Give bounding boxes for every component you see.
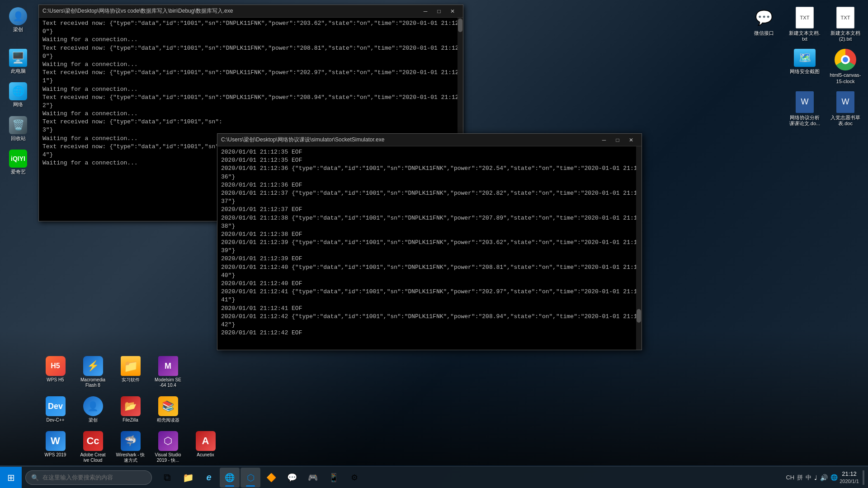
desktop-icon-wechat[interactable]: 💬 微信接口 [746, 5, 782, 44]
desktop-icon-netanalysis[interactable]: W 网络协议分析课课论文.do... [787, 89, 823, 129]
wps-h5-label: WPS H5 [47, 377, 64, 383]
vlc-icon: 🔶 [266, 473, 276, 483]
wechat-interface-icon: 💬 [753, 7, 775, 28]
new-txt-icon: TXT [796, 7, 814, 28]
taskbar-app-taskview[interactable]: ⧉ [157, 468, 177, 488]
cmd-title-2: C:\Users\梁创\Desktop\网络协议课设\simulator\Soc… [221, 136, 597, 144]
cmd-close-2[interactable]: ✕ [624, 136, 638, 145]
flash-label: Macromedia Flash 8 [78, 377, 108, 388]
cmd-controls-2: ─ □ ✕ [597, 136, 638, 145]
edge-icon: e [206, 472, 211, 483]
taskbar-app-edge[interactable]: e [199, 468, 219, 488]
start-button[interactable]: ⊞ [0, 467, 22, 488]
cmd-maximize-1[interactable]: □ [432, 7, 446, 16]
cmd-minimize-1[interactable]: ─ [419, 7, 432, 16]
cmd-window-2[interactable]: C:\Users\梁创\Desktop\网络协议课设\simulator\Soc… [217, 133, 642, 350]
desktop-icon-admission[interactable]: W 入党志愿书草表.doc [827, 89, 863, 129]
bottom-icon-vs2019[interactable]: ⬡ Visual Studio 2019 - 快... [151, 429, 185, 465]
taskbar-app-phonelink[interactable]: 📱 [324, 468, 344, 488]
taskbar-app-explorer[interactable]: 📁 [178, 468, 198, 488]
bottom-icon-acunetix[interactable]: A Acunetix [189, 429, 222, 465]
phonelink-icon: 📱 [329, 473, 339, 483]
bottom-icon-wireshark[interactable]: 🦈 Wireshark - 快速方式 [113, 429, 147, 465]
search-input[interactable] [42, 474, 142, 481]
cmd-controls-1: ─ □ ✕ [419, 7, 459, 16]
desktop-icon-newtxt2[interactable]: TXT 新建文本文档(2).txt [827, 5, 863, 44]
cmd-titlebar-1: C:\Users\梁创\Desktop\网络协议vs code\数据库写入\bi… [39, 5, 463, 18]
network-status-icon[interactable]: 🌐 [830, 474, 838, 481]
bottom-icon-filezilla[interactable]: 📂 FileZilla [113, 394, 147, 425]
music-note-icon: ♩ [814, 474, 817, 481]
sidebar-item-user[interactable]: 👤 梁创 [1, 5, 35, 35]
user-avatar-icon: 👤 [13, 11, 24, 22]
desktop-icon-netsecurity[interactable]: 🗺️ 网络安全截图 [787, 47, 823, 86]
taskbar-system-icons: CH 拼 中 ♩ 🔊 🌐 [786, 474, 838, 482]
input-method-zh-icon[interactable]: 中 [806, 474, 811, 482]
html5-canvas-icon [835, 49, 856, 70]
acunetix-label: Acunetix [197, 452, 214, 458]
bottom-desktop-icons: H5 WPS H5 ⚡ Macromedia Flash 8 📁 实习软件 M … [38, 354, 219, 465]
taskbar-app-vlc[interactable]: 🔶 [261, 468, 281, 488]
network-icon: 🌐 [12, 85, 24, 97]
wps-2019-label: WPS 2019 [45, 452, 66, 458]
wireshark-label: Wireshark - 快速方式 [116, 452, 145, 463]
bottom-icon-jikereader[interactable]: 📚 稻壳阅读器 [151, 394, 185, 425]
bottom-icon-internship[interactable]: 📁 实习软件 [113, 354, 147, 390]
bottom-icon-flash[interactable]: ⚡ Macromedia Flash 8 [76, 354, 110, 390]
cmd-scrollbar-thumb-2[interactable] [637, 309, 641, 323]
volume-icon[interactable]: 🔊 [820, 474, 828, 481]
taskbar-app-steam[interactable]: 🎮 [303, 468, 323, 488]
taskbar-app-wechat[interactable]: 💬 [282, 468, 302, 488]
input-method-cn-icon[interactable]: CH [786, 474, 794, 481]
taskbar-apps: ⧉ 📁 e 🌐 ⬡ 🔶 💬 🎮 📱 [157, 468, 364, 488]
sidebar-item-iqiyi[interactable]: iQIYI 爱奇艺 [1, 147, 35, 178]
bottom-icon-liangchuang[interactable]: 👤 梁创 [76, 394, 110, 425]
network-analysis-label: 网络协议分析课课论文.do... [789, 115, 821, 127]
bottom-icon-row-1: H5 WPS H5 ⚡ Macromedia Flash 8 📁 实习软件 M … [38, 354, 185, 390]
bottom-icon-devcpp[interactable]: Dev Dev-C++ [38, 394, 72, 425]
bottom-icon-row-2: Dev Dev-C++ 👤 梁创 📂 FileZilla 📚 稻壳阅读器 [38, 394, 185, 425]
taskbar-app-settings[interactable]: ⚙ [344, 468, 364, 488]
cmd-close-1[interactable]: ✕ [446, 7, 459, 16]
cmd-scrollbar-2[interactable] [636, 146, 642, 350]
taskbar: ⊞ 🔍 ⧉ 📁 e 🌐 ⬡ 🔶 [0, 466, 868, 488]
cmd-scrollbar-thumb-1[interactable] [458, 19, 462, 32]
wps-2019-icon: W [46, 431, 66, 451]
right-icon-row-3: W 网络协议分析课课论文.do... W 入党志愿书草表.doc [746, 89, 863, 129]
bottom-icon-wps2019[interactable]: W WPS 2019 [38, 429, 72, 465]
new-txt-label: 新建文本文档.txt [789, 30, 821, 42]
clock-date: 2020/1/1 [840, 478, 859, 484]
input-method-grid-icon[interactable]: 拼 [797, 474, 803, 482]
steam-icon: 🎮 [308, 473, 318, 483]
sidebar-item-thispc-label: 此电脑 [11, 68, 26, 74]
bottom-icon-wpsh5[interactable]: H5 WPS H5 [38, 354, 72, 390]
network-analysis-icon: W [796, 91, 814, 113]
cmd-minimize-2[interactable]: ─ [597, 136, 611, 145]
sidebar-item-thispc[interactable]: 🖥️ 此电脑 [1, 46, 35, 77]
sidebar-item-network[interactable]: 🌐 网络 [1, 80, 35, 110]
taskbar-app-vscode[interactable]: ⬡ [241, 468, 260, 488]
sidebar-item-recycle[interactable]: 🗑️ 回收站 [1, 113, 35, 144]
cmd-maximize-2[interactable]: □ [611, 136, 624, 145]
desktop: 👤 梁创 🖥️ 此电脑 🌐 网络 🗑️ 回收站 [0, 0, 868, 488]
bottom-icon-modelsim[interactable]: M Modelsim SE -64 10.4 [151, 354, 185, 390]
recycle-icon: 🗑️ [12, 119, 24, 131]
modelsim-label: Modelsim SE -64 10.4 [153, 377, 183, 388]
sidebar-icons: 👤 梁创 🖥️ 此电脑 🌐 网络 🗑️ 回收站 [0, 0, 36, 488]
clock-time: 21:12 [840, 470, 859, 478]
wps-h5-icon: H5 [46, 356, 66, 376]
admission-form-icon: W [836, 91, 854, 113]
adobe-creative-cloud-icon: Cc [83, 431, 103, 451]
desktop-icon-html5canvas[interactable]: html5-canvas-15-clock [827, 47, 863, 86]
right-icon-row-1: 💬 微信接口 TXT 新建文本文档.txt TXT 新建文本文档(2).txt [746, 5, 863, 44]
desktop-icon-newtxt1[interactable]: TXT 新建文本文档.txt [787, 5, 823, 44]
dev-cpp-label: Dev-C++ [46, 418, 64, 423]
liangchuang-label: 梁创 [89, 418, 98, 423]
taskbar-search-box[interactable]: 🔍 [25, 470, 152, 485]
taskbar-app-ie[interactable]: 🌐 [220, 468, 240, 488]
bottom-icon-adobe[interactable]: Cc Adobe Creat ive Cloud [76, 429, 110, 465]
show-desktop-button[interactable] [863, 470, 864, 485]
taskbar-time-display[interactable]: 21:12 2020/1/1 [840, 470, 859, 484]
new-txt2-label: 新建文本文档(2).txt [830, 30, 861, 42]
taskview-icon: ⧉ [164, 472, 171, 483]
